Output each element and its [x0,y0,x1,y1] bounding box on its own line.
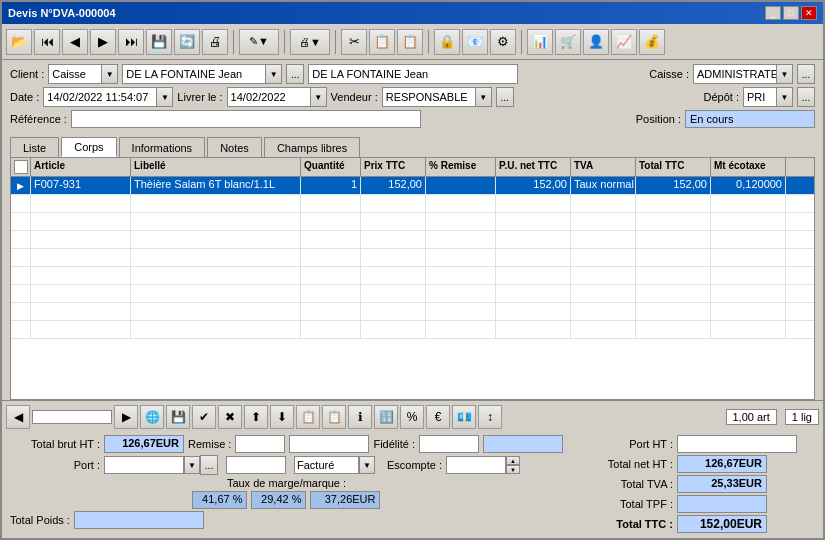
depot-select[interactable]: PRI ▼ [743,87,793,107]
vendeur-arrow[interactable]: ▼ [475,88,491,106]
table-row[interactable] [11,321,814,339]
tb-cut-button[interactable]: ✂ [341,29,367,55]
form-row-client: Client : Caisse ▼ DE LA FONTAINE Jean ▼ … [10,64,815,84]
facture-arrow[interactable]: ▼ [359,456,375,474]
escompte-up[interactable]: ▲ [506,456,520,465]
main-window: Devis N°DVA-000004 _ □ ✕ 📂 ⏮ ◀ ▶ ⏭ 💾 🔄 🖨… [0,0,825,540]
table-row[interactable] [11,285,814,303]
tb-email-button[interactable]: 📧 [462,29,488,55]
date-select[interactable]: 14/02/2022 11:54:07 ▼ [43,87,173,107]
montant-eur-value: 37,26EUR [310,491,380,509]
bt-next-button[interactable]: ▶ [114,405,138,429]
tb-print-button[interactable]: 🖨 [202,29,228,55]
maximize-button[interactable]: □ [783,6,799,20]
tb-copy-button[interactable]: 📋 [369,29,395,55]
vendeur-dots-button[interactable]: ... [496,87,514,107]
client-dots-button[interactable]: ... [286,64,304,84]
tb-lock-button[interactable]: 🔒 [434,29,460,55]
tab-informations[interactable]: Informations [119,137,206,157]
select-all-checkbox[interactable] [14,160,28,174]
bt-euro-button[interactable]: € [426,405,450,429]
row-remise [426,177,496,194]
table-row[interactable] [11,267,814,285]
bt-prev-button[interactable]: ◀ [6,405,30,429]
title-bar-buttons: _ □ ✕ [765,6,817,20]
tb-prev-button[interactable]: ◀ [62,29,88,55]
client-name-select[interactable]: DE LA FONTAINE Jean ▼ [122,64,282,84]
remise-input[interactable] [235,435,285,453]
col-remise: % Remise [426,158,496,176]
bt-down-button[interactable]: ⬇ [270,405,294,429]
date-arrow[interactable]: ▼ [156,88,172,106]
bt-copy-button[interactable]: 📋 [296,405,320,429]
caisse-select[interactable]: ADMINISTRATE ▼ [693,64,793,84]
tb-paste-button[interactable]: 📋 [397,29,423,55]
bt-paste-button[interactable]: 📋 [322,405,346,429]
tb-save-button[interactable]: 💾 [146,29,172,55]
facture-select[interactable]: Facturé [294,456,359,474]
port-select-group: ▼ ... [104,455,218,475]
close-button[interactable]: ✕ [801,6,817,20]
livrer-label: Livrer le : [177,91,222,103]
vendeur-select[interactable]: RESPONSABLE ▼ [382,87,492,107]
port-select-arrow[interactable]: ▼ [184,456,200,474]
client-name2-field[interactable]: DE LA FONTAINE Jean [308,64,518,84]
livrer-select[interactable]: 14/02/2022 ▼ [227,87,327,107]
tb-first-button[interactable]: ⏮ [34,29,60,55]
table-row[interactable] [11,249,814,267]
tb-action-button[interactable]: ✎▼ [239,29,279,55]
caisse-arrow[interactable]: ▼ [776,65,792,83]
port-select[interactable] [104,456,184,474]
tb-next-button[interactable]: ▶ [90,29,116,55]
client-name-arrow[interactable]: ▼ [265,65,281,83]
col-total-ttc: Total TTC [636,158,711,176]
tb-refresh-button[interactable]: 🔄 [174,29,200,55]
grid-container: Article Libellé Quantité Prix TTC % Remi… [10,157,815,400]
client-type-arrow[interactable]: ▼ [101,65,117,83]
minimize-button[interactable]: _ [765,6,781,20]
livrer-arrow[interactable]: ▼ [310,88,326,106]
bt-check-button[interactable]: ✔ [192,405,216,429]
bt-save-button[interactable]: 💾 [166,405,190,429]
bt-calc-button[interactable]: 🔢 [374,405,398,429]
totals-area: Total brut HT : 126,67EUR Remise : Fidél… [2,432,823,538]
tb-last-button[interactable]: ⏭ [118,29,144,55]
scroll-bar[interactable] [32,410,112,424]
tb-open-button[interactable]: 📂 [6,29,32,55]
tb-print2-button[interactable]: 🖨▼ [290,29,330,55]
depot-dots-button[interactable]: ... [797,87,815,107]
bt-up-button[interactable]: ⬆ [244,405,268,429]
tab-corps[interactable]: Corps [61,137,116,157]
table-row[interactable] [11,213,814,231]
total-brut-row: Total brut HT : 126,67EUR Remise : Fidél… [10,435,563,453]
tab-champs-libres[interactable]: Champs libres [264,137,360,157]
reference-input[interactable] [71,110,421,128]
port-dots-button[interactable]: ... [200,455,218,475]
tb-user-button[interactable]: 👤 [583,29,609,55]
tb-barcode-button[interactable]: 📊 [527,29,553,55]
tb-money-button[interactable]: 💰 [639,29,665,55]
tab-notes[interactable]: Notes [207,137,262,157]
tb-gear-button[interactable]: ⚙ [490,29,516,55]
art-count: 1,00 art [726,409,777,425]
tab-liste[interactable]: Liste [10,137,59,157]
client-type-select[interactable]: Caisse ▼ [48,64,118,84]
fidelite-input[interactable] [419,435,479,453]
bt-info-button[interactable]: ℹ [348,405,372,429]
table-row[interactable] [11,195,814,213]
tb-cart-button[interactable]: 🛒 [555,29,581,55]
bt-coin-button[interactable]: 💶 [452,405,476,429]
tb-stats-button[interactable]: 📈 [611,29,637,55]
escompte-input[interactable] [446,456,506,474]
escompte-down[interactable]: ▼ [506,465,520,474]
table-row[interactable] [11,303,814,321]
table-row[interactable]: ▶ F007-931 Thèière Salam 6T blanc/1.1L 1… [11,177,814,195]
bt-percent-button[interactable]: % [400,405,424,429]
depot-arrow[interactable]: ▼ [776,88,792,106]
table-row[interactable] [11,231,814,249]
bt-web-button[interactable]: 🌐 [140,405,164,429]
port-value[interactable] [226,456,286,474]
caisse-dots-button[interactable]: ... [797,64,815,84]
bt-resize-button[interactable]: ↕ [478,405,502,429]
bt-cancel-button[interactable]: ✖ [218,405,242,429]
